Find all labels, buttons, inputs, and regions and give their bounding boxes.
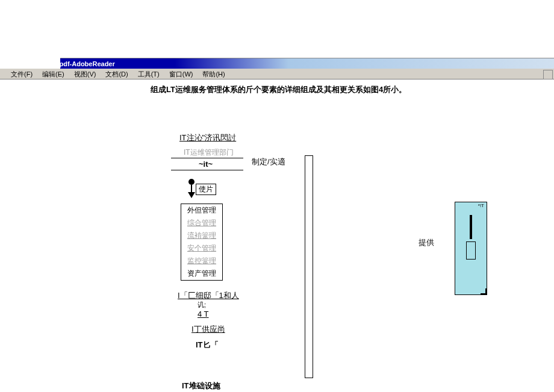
- divider-line: [171, 170, 243, 170]
- make-label: 制定/实適: [252, 157, 285, 167]
- management-box: 外但管理 综合管理 流褃簹理 安个管理 监控簹理 资产管理: [181, 204, 223, 281]
- detail-label: I「匚细邸「1和人: [178, 290, 239, 301]
- menu-edit[interactable]: 编辑(E): [39, 69, 68, 79]
- arrow-down-icon: [188, 179, 195, 198]
- vertical-box: [305, 155, 313, 378]
- heading-text: 组成LT运维服务管理体系的斤个要素的详细组成及其相更关系如图4所小。: [151, 84, 406, 95]
- side-panel-header: *!T: [455, 202, 487, 209]
- corner-bracket-icon: [481, 288, 487, 294]
- side-bar-icon: [470, 215, 472, 239]
- supply-label: I丁供应尚: [191, 324, 225, 335]
- menu-view[interactable]: 视图(V): [70, 69, 100, 79]
- window-titlebar: first_IHXaD9.pdf-AdobeReader: [0, 58, 554, 69]
- menu-help[interactable]: 帮助(H): [199, 69, 228, 79]
- mgmt-item: 外但管理: [181, 204, 222, 217]
- menu-document[interactable]: 文档(D): [102, 69, 131, 79]
- mgmt-item: 安个管理: [181, 242, 222, 255]
- side-panel: *!T: [455, 202, 487, 295]
- spacer: [0, 0, 554, 58]
- detail-sub: 讥;: [198, 300, 206, 310]
- it-label: ~it~: [199, 160, 213, 169]
- use-label: 使片: [196, 184, 216, 195]
- infra-label: IT堆础设施: [182, 381, 220, 391]
- menu-bar: 文件(F) 编辑(E) 视图(V) 文档(D) 工具(T) 窗口(W) 帮助(H…: [0, 69, 554, 79]
- menu-tools[interactable]: 工具(T): [134, 69, 163, 79]
- mgmt-item: 综合管理: [181, 217, 222, 229]
- side-shape-icon: [466, 241, 476, 260]
- dept-label: IT运维管理部门: [184, 148, 234, 158]
- provide-label: 提供: [419, 237, 434, 248]
- ith-label: IT匕「: [196, 340, 219, 350]
- document-content: 组成LT运维服务管理体系的斤个要素的详细组成及其相更关系如图4所小。 IT注沁"…: [0, 79, 554, 392]
- detail-t: 4 T: [198, 310, 209, 319]
- menu-window[interactable]: 窗口(W): [166, 69, 197, 79]
- diagram-title: IT注沁"济讯閃討: [179, 132, 236, 143]
- divider-line: [171, 158, 243, 158]
- mgmt-item: 资产管理: [181, 267, 222, 280]
- mgmt-item: 流褃簹理: [181, 229, 222, 242]
- mgmt-item: 监控簹理: [181, 255, 222, 267]
- menu-file[interactable]: 文件(F): [7, 69, 36, 79]
